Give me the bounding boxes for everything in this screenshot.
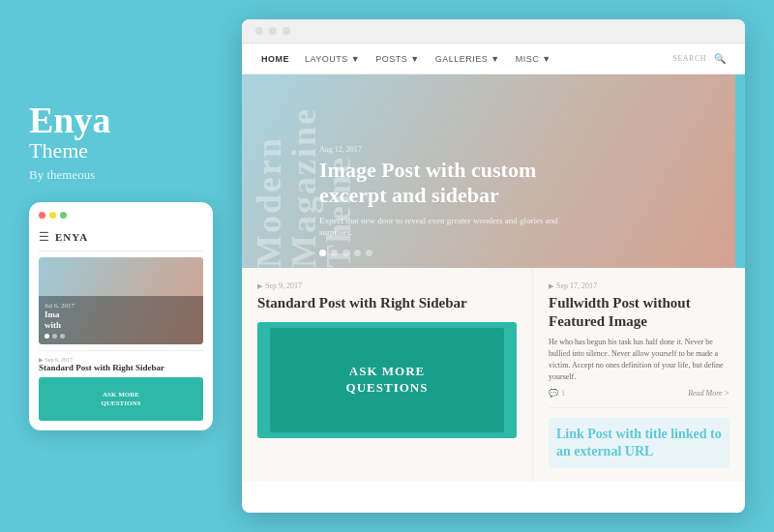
site-nav-right: SEARCH 🔍 [672, 53, 726, 64]
right-post-date: Sep 17, 2017 [556, 281, 597, 290]
mobile-post-title: Standard Post with Right Sidebar [39, 363, 203, 374]
link-post-title[interactable]: Link Post with title linked to an extern… [556, 426, 722, 460]
hero-content: Aug 12, 2017 Image Post with custom exce… [319, 145, 590, 239]
browser-dot-3 [283, 27, 290, 35]
read-more-link[interactable]: Read More > [688, 389, 729, 398]
right-post-excerpt: He who has begun his task has half done … [549, 337, 729, 383]
left-post-date: Sep 9, 2017 [265, 281, 302, 290]
mobile-post-date: ▶ Sep 9, 2017 [39, 356, 203, 363]
mobile-dot-green [60, 212, 67, 219]
right-post-meta: ▶ Sep 17, 2017 [549, 281, 729, 290]
site-hero: Modern Magazine Theme Aug 12, 2017 Image… [242, 74, 745, 268]
mobile-ask-more: ASK MOREQUESTIONS [102, 391, 141, 408]
comment-count: 💬 1 Read More > [549, 389, 729, 398]
mobile-mockup: ☰ ENYA Jul 6, 2017 Imawith ▶ Sep 9, 2017… [29, 202, 213, 431]
site-nav: HOME LAYOUTS ▼ POSTS ▼ GALLERIES ▼ MISC … [242, 44, 745, 74]
mobile-carousel-dots [45, 334, 197, 339]
left-post-meta: ▶ Sep 9, 2017 [257, 281, 517, 290]
content-left: ▶ Sep 9, 2017 Standard Post with Right S… [242, 268, 532, 482]
nav-misc[interactable]: MISC ▼ [516, 54, 551, 64]
ask-more-line1: ASK MORE [349, 364, 425, 380]
brand-subtitle: Theme [29, 138, 242, 163]
mobile-carousel-dot-3 [60, 334, 65, 339]
mobile-dot-yellow [49, 212, 56, 219]
mobile-post-image: ASK MOREQUESTIONS [39, 377, 203, 421]
browser-dot-2 [269, 27, 277, 35]
right-post-title[interactable]: Fullwidth Post without Featured Image [549, 294, 729, 331]
hero-carousel-dots [319, 250, 372, 256]
mobile-hero-date: Jul 6, 2017 [45, 302, 197, 310]
site-content: ▶ Sep 9, 2017 Standard Post with Right S… [242, 268, 745, 482]
hero-date: Aug 12, 2017 [319, 145, 590, 154]
search-label: SEARCH [672, 54, 706, 63]
mobile-dot-red [39, 212, 45, 219]
comment-icon: 💬 [549, 389, 558, 398]
left-panel: Enya Theme By themeous ☰ ENYA Jul 6, 201… [29, 102, 242, 431]
hero-title: Image Post with custom excerpt and sideb… [319, 158, 590, 209]
mobile-nav-bar: ☰ ENYA [39, 226, 203, 251]
calendar-icon: ▶ [257, 282, 262, 290]
nav-galleries[interactable]: GALLERIES ▼ [435, 54, 500, 64]
mobile-hero: Jul 6, 2017 Imawith [39, 257, 203, 344]
left-post-image: ASK MORE QUESTIONS [257, 322, 517, 438]
hero-dot-2 [331, 250, 338, 256]
mobile-nav-title: ENYA [55, 231, 88, 243]
link-post-label: Link Post [556, 427, 612, 441]
search-icon[interactable]: 🔍 [714, 53, 726, 64]
hero-dot-3 [342, 250, 349, 256]
comment-number: 1 [561, 389, 565, 398]
browser-mockup: HOME LAYOUTS ▼ POSTS ▼ GALLERIES ▼ MISC … [242, 19, 745, 513]
ask-more-line2: QUESTIONS [346, 380, 429, 397]
site-nav-links: HOME LAYOUTS ▼ POSTS ▼ GALLERIES ▼ MISC … [261, 54, 551, 64]
browser-chrome [242, 19, 745, 44]
hero-excerpt: Expect that new door to reveal even grea… [319, 215, 590, 239]
hero-dot-4 [354, 250, 361, 256]
hero-side-bar [735, 74, 745, 268]
right-calendar-icon: ▶ [549, 282, 553, 290]
left-post-title[interactable]: Standard Post with Right Sidebar [257, 294, 517, 312]
mobile-hero-title: Imawith [45, 310, 197, 331]
brand-by: By themeous [29, 167, 242, 183]
browser-dot-1 [255, 27, 263, 35]
ask-more-box: ASK MORE QUESTIONS [270, 328, 503, 432]
nav-layouts[interactable]: LAYOUTS ▼ [305, 54, 360, 64]
mobile-window-dots [39, 212, 203, 219]
nav-posts[interactable]: POSTS ▼ [375, 54, 419, 64]
mobile-carousel-dot-2 [52, 334, 57, 339]
mobile-hero-overlay: Jul 6, 2017 Imawith [39, 296, 203, 344]
hamburger-icon: ☰ [39, 230, 49, 245]
nav-home[interactable]: HOME [261, 54, 289, 64]
brand-name: Enya [29, 102, 242, 138]
divider [549, 407, 729, 408]
hero-dot-1 [319, 250, 326, 256]
hero-dot-5 [366, 250, 372, 256]
browser-content: HOME LAYOUTS ▼ POSTS ▼ GALLERIES ▼ MISC … [242, 44, 745, 504]
content-right: ▶ Sep 17, 2017 Fullwidth Post without Fe… [532, 268, 745, 482]
link-post-bg: Link Post with title linked to an extern… [549, 418, 729, 468]
mobile-carousel-dot-1 [45, 334, 49, 339]
mobile-post-section: ▶ Sep 9, 2017 Standard Post with Right S… [39, 350, 203, 422]
